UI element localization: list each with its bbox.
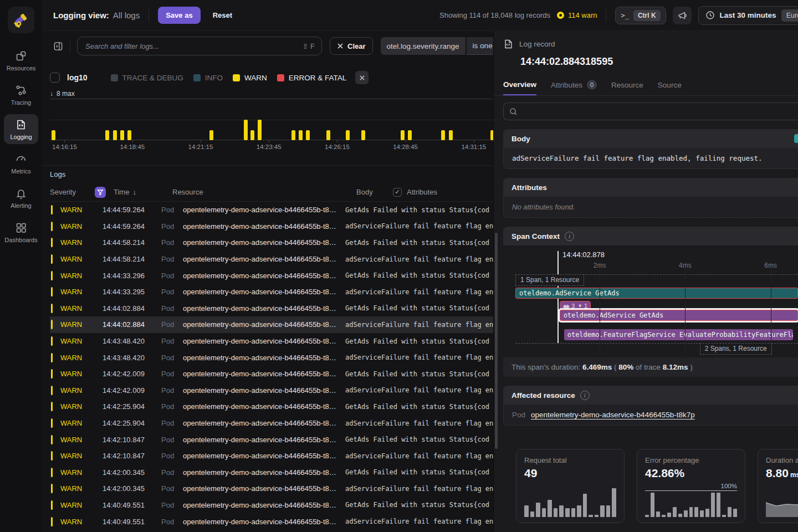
histogram-bar	[408, 130, 412, 141]
mini-bar	[705, 509, 709, 517]
sidebar-item-resources[interactable]: Resources	[4, 45, 38, 75]
info-icon[interactable]: i	[565, 232, 574, 241]
row-body: adServiceFailure fail feature flag ena	[336, 420, 493, 427]
mini-bar	[662, 515, 666, 517]
mini-bar	[606, 505, 611, 517]
logging-icon	[15, 119, 27, 131]
table-row[interactable]: WARN14:42:25.904Podopentelemetry-demo-ad…	[50, 415, 493, 432]
row-time: 14:42:42.009	[95, 370, 154, 378]
sidebar-item-tracing[interactable]: Tracing	[4, 80, 38, 110]
legend-item-warn[interactable]: WARN	[233, 74, 267, 82]
sidebar-item-dashboards[interactable]: Dashboards	[4, 217, 38, 247]
sidebar-item-label: Alerting	[11, 202, 31, 209]
column-time[interactable]: Time ↓	[106, 188, 165, 196]
table-row[interactable]: WARN14:42:10.847Podopentelemetry-demo-ad…	[50, 448, 493, 464]
scrollbar-thumb[interactable]	[495, 233, 498, 449]
table-row[interactable]: WARN14:43:48.420Podopentelemetry-demo-ad…	[50, 349, 493, 366]
legend-item-trace-debug[interactable]: TRACE & DEBUG	[111, 74, 183, 82]
timestamp-marker-label: 14:44:02.878	[562, 250, 605, 259]
table-row[interactable]: WARN14:42:25.904Podopentelemetry-demo-ad…	[50, 398, 493, 415]
save-as-button[interactable]: Save as	[158, 7, 200, 24]
detail-search-input[interactable]	[522, 107, 792, 116]
axis-tick-label: 14:16:15	[52, 144, 77, 150]
table-row[interactable]: WARN14:44:33.295Podopentelemetry-demo-ad…	[50, 284, 493, 300]
table-row[interactable]: WARN14:44:59.264Podopentelemetry-demo-ad…	[50, 218, 493, 235]
query-checkbox[interactable]	[50, 73, 60, 83]
arrow-down-icon: ↓	[50, 90, 53, 98]
legend-item-info[interactable]: INFO	[193, 74, 223, 82]
table-row[interactable]: WARN14:43:48.420Podopentelemetry-demo-ad…	[50, 333, 493, 350]
log-record-icon	[503, 39, 514, 49]
sidebar-item-alerting[interactable]: Alerting	[4, 183, 38, 213]
tab-attributes[interactable]: Attributes 0	[551, 80, 597, 95]
detail-search-box[interactable]	[503, 103, 798, 120]
histogram-axis: 14:16:1514:18:4514:21:1514:23:4514:26:15…	[50, 140, 493, 152]
severity-label: WARN	[53, 288, 95, 296]
filter-chip-operator[interactable]: is one of	[467, 37, 493, 55]
legend-close-button[interactable]	[355, 71, 369, 84]
tab-source[interactable]: Source	[658, 80, 682, 95]
row-time: 14:40:49.551	[95, 501, 154, 509]
mini-bar	[694, 507, 698, 517]
table-row[interactable]: WARN14:42:42.009Podopentelemetry-demo-ad…	[50, 366, 493, 382]
time-range-button[interactable]: Last 30 minutes Europ	[698, 6, 798, 25]
clear-filters-button[interactable]: Clear	[330, 37, 373, 55]
mini-bar	[542, 508, 546, 517]
warn-status-icon	[557, 12, 564, 19]
table-row[interactable]: WARN14:44:58.214Podopentelemetry-demo-ad…	[50, 234, 493, 251]
attributes-toggle[interactable]: ✓ Attributes	[391, 188, 437, 197]
resource-link[interactable]: opentelemetry-demo-adservice-b4466455b-t…	[531, 411, 695, 419]
mini-bar	[565, 508, 570, 517]
attributes-count-badge: 0	[587, 80, 597, 90]
table-row[interactable]: WARN14:42:00.345Podopentelemetry-demo-ad…	[50, 464, 493, 481]
announce-button[interactable]	[673, 7, 692, 24]
row-resource-kind: Pod	[154, 468, 178, 477]
span-bar-adservice-root[interactable]: oteldemo.AdService GetAds	[515, 288, 798, 299]
app-logo[interactable]	[8, 7, 34, 33]
legend-item-error-fatal[interactable]: ERROR & FATAL	[277, 74, 347, 82]
sidebar-item-logging[interactable]: Logging	[4, 114, 38, 144]
severity-label: WARN	[53, 452, 95, 460]
row-time: 14:42:25.904	[95, 402, 154, 411]
table-row[interactable]: WARN14:44:59.264Podopentelemetry-demo-ad…	[50, 202, 493, 218]
row-time: 14:44:58.214	[95, 255, 154, 263]
column-resource[interactable]: Resource	[165, 188, 347, 196]
table-row[interactable]: WARN14:42:00.345Podopentelemetry-demo-ad…	[50, 480, 493, 497]
waterfall-tick-label: 6ms	[764, 262, 777, 269]
severity-filter-button[interactable]	[95, 187, 106, 198]
waterfall-tick-label: 2ms	[594, 262, 606, 269]
table-row[interactable]: WARN14:44:33.296Podopentelemetry-demo-ad…	[50, 267, 493, 284]
attributes-checkbox[interactable]: ✓	[393, 188, 402, 197]
table-row[interactable]: WARN14:42:42.009Podopentelemetry-demo-ad…	[50, 382, 493, 399]
span-bar-adservice-child[interactable]: oteldemo.AdService GetAds	[560, 310, 798, 321]
record-kind: Log record	[503, 39, 798, 49]
panel-toggle-button[interactable]	[50, 38, 66, 54]
histogram-bar	[120, 130, 124, 141]
column-body[interactable]: Body	[347, 188, 391, 196]
span-duration-value: 6.469ms	[582, 363, 612, 371]
log-search-box[interactable]: ⇧ F	[77, 37, 322, 55]
info-icon[interactable]: i	[580, 391, 590, 400]
tab-resource[interactable]: Resource	[611, 80, 643, 95]
table-row[interactable]: WARN14:44:02.884Podopentelemetry-demo-ad…	[50, 316, 493, 333]
filter-chip-key[interactable]: otel.log.severity.range	[381, 37, 466, 55]
histogram-bar	[441, 130, 445, 141]
log-search-input[interactable]	[84, 42, 303, 51]
span-bar-featureflag[interactable]: oteldemo.FeatureFlagService EvaluateProb…	[564, 329, 793, 340]
command-palette-button[interactable]: >_ Ctrl K	[615, 7, 666, 24]
tab-overview[interactable]: Overview	[503, 80, 536, 95]
row-resource-kind: Pod	[154, 518, 178, 526]
table-row[interactable]: WARN14:40:49.551Podopentelemetry-demo-ad…	[50, 497, 493, 514]
axis-tick-label: 14:31:15	[461, 144, 486, 150]
table-row[interactable]: WARN14:44:58.214Podopentelemetry-demo-ad…	[50, 251, 493, 268]
row-time: 14:44:58.214	[95, 238, 154, 247]
table-row[interactable]: WARN14:40:49.551Podopentelemetry-demo-ad…	[50, 513, 493, 530]
table-row[interactable]: WARN14:44:02.884Podopentelemetry-demo-ad…	[50, 300, 493, 317]
reset-button[interactable]: Reset	[209, 11, 236, 20]
row-body: adServiceFailure fail feature flag ena	[336, 288, 493, 296]
mini-bar	[524, 505, 529, 517]
panel-toggle-icon	[53, 41, 63, 52]
table-row[interactable]: WARN14:42:10.847Podopentelemetry-demo-ad…	[50, 431, 493, 448]
table-row-partial[interactable]	[50, 530, 493, 532]
sidebar-item-metrics[interactable]: Metrics	[4, 149, 38, 178]
